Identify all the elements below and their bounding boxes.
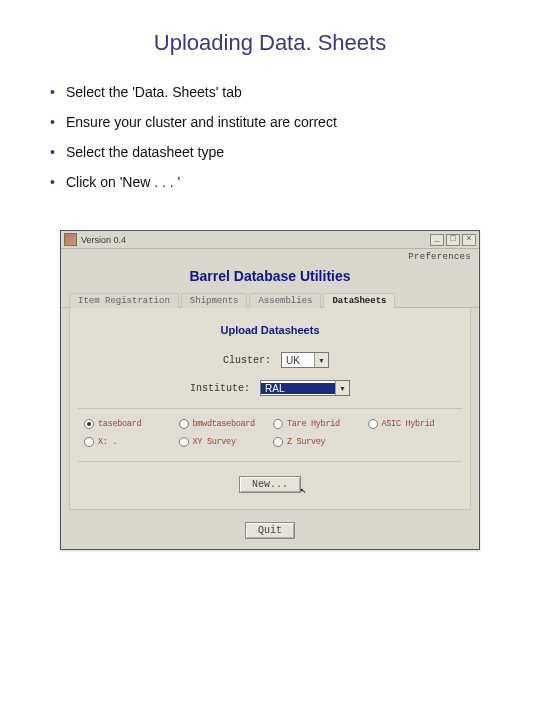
close-button[interactable]: × [462, 234, 476, 246]
radio-dot-icon [368, 419, 378, 429]
cluster-value: UK [282, 355, 314, 366]
bullet-item: Select the datasheet type [50, 144, 490, 160]
institute-select[interactable]: RAL ▼ [260, 380, 350, 396]
radio-xy-survey[interactable]: XY Survey [179, 437, 268, 447]
radio-x[interactable]: X: . [84, 437, 173, 447]
new-button-label: New... [252, 479, 288, 490]
bullet-item: Select the 'Data. Sheets' tab [50, 84, 490, 100]
section-title: Upload Datasheets [78, 324, 462, 336]
radio-label: Tare Hybrid [287, 419, 340, 429]
radio-label: XY Survey [193, 437, 236, 447]
radio-label: ASIC Hybrid [382, 419, 435, 429]
tab-assemblies[interactable]: Assemblies [249, 293, 321, 308]
radio-z-survey[interactable]: Z Survey [273, 437, 362, 447]
radio-dot-icon [273, 437, 283, 447]
new-button[interactable]: New... ↖ [239, 476, 301, 493]
institute-value: RAL [261, 383, 335, 394]
tab-shipments[interactable]: Shipments [181, 293, 248, 308]
system-icon [64, 233, 77, 246]
maximize-button[interactable]: □ [446, 234, 460, 246]
tab-bar: Item Registration Shipments Assemblies D… [61, 292, 479, 308]
radio-dot-icon [84, 419, 94, 429]
app-title: Barrel Database Utilities [61, 262, 479, 292]
radio-dot-icon [179, 419, 189, 429]
quit-button[interactable]: Quit [245, 522, 295, 539]
bullet-item: Click on 'New . . . ' [50, 174, 490, 190]
radio-dot-icon [84, 437, 94, 447]
chevron-down-icon: ▼ [335, 381, 349, 395]
radio-bmwdtaseboard[interactable]: bmwdtaseboard [179, 419, 268, 429]
radio-dot-icon [179, 437, 189, 447]
bullet-item: Ensure your cluster and institute are co… [50, 114, 490, 130]
cluster-select[interactable]: UK ▼ [281, 352, 329, 368]
minimize-button[interactable]: _ [430, 234, 444, 246]
bullet-list: Select the 'Data. Sheets' tab Ensure you… [50, 84, 490, 190]
radio-taseboard[interactable]: taseboard [84, 419, 173, 429]
window-title: Version 0.4 [81, 235, 126, 245]
chevron-down-icon: ▼ [314, 353, 328, 367]
radio-dot-icon [273, 419, 283, 429]
radio-asic-hybrid[interactable]: ASIC Hybrid [368, 419, 457, 429]
tab-item-registration[interactable]: Item Registration [69, 293, 179, 308]
cluster-label: Cluster: [211, 355, 271, 366]
datasheets-panel: Upload Datasheets Cluster: UK ▼ Institut… [69, 308, 471, 510]
preferences-link[interactable]: Preferences [61, 249, 479, 262]
cursor-icon: ↖ [299, 484, 307, 497]
radio-label: Z Survey [287, 437, 325, 447]
radio-label: taseboard [98, 419, 141, 429]
datasheet-type-group: taseboard bmwdtaseboard Tare Hybrid ASIC… [78, 408, 462, 462]
radio-label: bmwdtaseboard [193, 419, 255, 429]
radio-tare-hybrid[interactable]: Tare Hybrid [273, 419, 362, 429]
institute-label: Institute: [190, 383, 250, 394]
window-titlebar: Version 0.4 _ □ × [61, 231, 479, 249]
radio-label: X: . [98, 437, 117, 447]
app-window: Version 0.4 _ □ × Preferences Barrel Dat… [60, 230, 480, 550]
tab-datasheets[interactable]: DataSheets [323, 293, 395, 308]
page-title: Uploading Data. Sheets [50, 30, 490, 56]
